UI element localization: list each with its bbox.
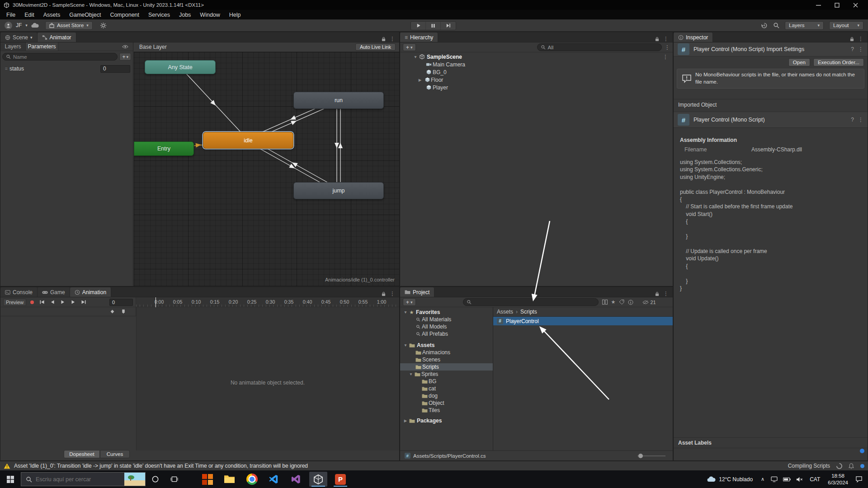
folder-tiles[interactable]: Tiles <box>400 407 493 414</box>
layers-dropdown[interactable]: Layers▾ <box>785 21 824 30</box>
status-message[interactable]: Asset 'Idle (1)_0': Transition 'idle -> … <box>14 463 308 469</box>
taskbar-search[interactable] <box>21 472 146 486</box>
layout-dropdown[interactable]: Layout▾ <box>829 21 863 30</box>
lock-icon[interactable] <box>850 37 854 42</box>
hierarchy-row-scene[interactable]: ▼ SampleScene ⋮ <box>400 53 673 61</box>
project-search-input[interactable] <box>474 300 595 305</box>
asset-bundle-dot[interactable] <box>860 449 864 453</box>
panel-menu-icon[interactable]: ⋮ <box>390 36 395 42</box>
folder-scenes[interactable]: Scenes <box>400 356 493 363</box>
tab-console[interactable]: Console <box>0 287 38 297</box>
state-jump[interactable]: jump <box>293 182 384 199</box>
favorite-all-materials[interactable]: All Materials <box>400 316 493 323</box>
state-run[interactable]: run <box>293 92 384 109</box>
folder-dog[interactable]: dog <box>400 392 493 399</box>
breadcrumb-assets[interactable]: Assets <box>497 309 513 315</box>
thumbnail-size-slider[interactable] <box>637 455 665 456</box>
pause-button[interactable] <box>426 22 441 30</box>
folder-object[interactable]: Object <box>400 399 493 407</box>
auto-live-link-button[interactable]: Auto Live Link <box>355 43 396 51</box>
foldout-open-icon[interactable]: ▼ <box>413 55 418 59</box>
next-key-button[interactable] <box>69 300 77 304</box>
panel-menu-icon[interactable]: ⋮ <box>858 36 863 42</box>
record-button[interactable] <box>28 300 36 305</box>
state-any-state[interactable]: Any State <box>145 60 216 74</box>
taskbar-app-powerpoint[interactable]: P <box>331 472 349 487</box>
panel-menu-icon[interactable]: ⋮ <box>663 36 669 42</box>
hierarchy-row-bg0[interactable]: BG_0 <box>400 68 673 76</box>
create-object-button[interactable]: + ▾ <box>403 43 416 51</box>
parameter-name[interactable]: status <box>9 66 24 72</box>
packages-root[interactable]: ▶ Packages <box>400 417 493 424</box>
foldout-closed-icon[interactable]: ▶ <box>417 78 423 82</box>
header-menu-icon[interactable]: ⋮ <box>858 117 863 123</box>
taskbar-app-file-explorer[interactable] <box>220 472 238 487</box>
help-icon[interactable]: ? <box>851 46 854 52</box>
folder-animacions[interactable]: Animacions <box>400 349 493 356</box>
animator-graph[interactable]: Any State run idle Entry jump Animacions… <box>134 52 399 286</box>
tab-hierarchy[interactable]: ≡ Hierarchy <box>400 33 438 42</box>
curves-button[interactable]: Curves <box>100 450 130 458</box>
dopesheet-button[interactable]: Dopesheet <box>64 450 100 458</box>
tab-scene[interactable]: Scene ▾ <box>0 33 38 42</box>
add-keyframe-icon[interactable] <box>110 309 115 314</box>
taskbar-app-office[interactable] <box>198 472 217 487</box>
language-indicator[interactable]: CAT <box>806 476 824 483</box>
hierarchy-row-floor[interactable]: ▶ Floor <box>400 76 673 84</box>
parameter-value-field[interactable]: 0 <box>100 65 130 73</box>
menu-edit[interactable]: Edit <box>20 12 39 18</box>
eye-icon[interactable] <box>122 42 133 51</box>
account-name[interactable]: JF <box>16 22 22 28</box>
cortana-button[interactable] <box>146 470 165 488</box>
foldout-closed-icon[interactable]: ▶ <box>403 418 408 423</box>
folder-sprites[interactable]: ▼ Sprites <box>400 371 493 378</box>
lock-icon[interactable] <box>382 37 386 42</box>
hierarchy-row-player[interactable]: Player <box>400 84 673 91</box>
menu-window[interactable]: Window <box>195 12 224 18</box>
tab-inspector[interactable]: Inspector <box>674 33 713 42</box>
taskbar-app-visual-studio[interactable] <box>287 472 305 487</box>
start-button[interactable] <box>0 470 21 488</box>
foldout-open-icon[interactable]: ▼ <box>408 372 414 376</box>
folder-cat[interactable]: cat <box>400 385 493 392</box>
parameter-search[interactable] <box>2 53 118 61</box>
last-frame-button[interactable] <box>80 300 88 304</box>
add-event-icon[interactable] <box>121 309 126 314</box>
foldout-open-icon[interactable]: ▼ <box>403 310 408 314</box>
transition-edges[interactable] <box>134 52 399 286</box>
layers-subtab[interactable]: Layers <box>0 42 26 51</box>
two-column-layout-icon[interactable] <box>602 300 608 305</box>
play-button[interactable] <box>411 22 426 30</box>
state-idle[interactable]: idle <box>203 132 293 149</box>
lock-icon[interactable] <box>382 291 386 296</box>
header-menu-icon[interactable]: ⋮ <box>858 46 863 52</box>
search-icon[interactable] <box>773 22 779 28</box>
menu-assets[interactable]: Assets <box>39 12 65 18</box>
status-bar[interactable]: Asset 'Idle (1)_0': Transition 'idle -> … <box>0 461 868 470</box>
timeline-ruler[interactable]: 0:00 0:05 0:10 0:15 0:20 0:25 0:30 0:35 … <box>136 297 399 307</box>
tab-animation[interactable]: Animation <box>70 287 111 297</box>
menu-component[interactable]: Component <box>105 12 144 18</box>
favorite-all-prefabs[interactable]: All Prefabs <box>400 330 493 338</box>
menu-services[interactable]: Services <box>144 12 175 18</box>
maximize-button[interactable] <box>835 3 840 8</box>
cloud-icon[interactable] <box>31 23 39 28</box>
add-parameter-button[interactable]: + ▾ <box>119 53 131 61</box>
preview-toggle[interactable]: Preview <box>3 299 26 306</box>
frame-field[interactable]: 0 <box>109 299 133 306</box>
toolbar-menu-icon[interactable]: ⋮ <box>665 44 670 51</box>
state-entry[interactable]: Entry <box>134 141 194 156</box>
help-icon[interactable]: ? <box>851 117 854 123</box>
open-button[interactable]: Open <box>788 58 810 66</box>
assets-root[interactable]: ▼ Assets <box>400 342 493 349</box>
favorite-star-icon[interactable]: ★ <box>611 299 616 305</box>
parameters-subtab[interactable]: Parameters <box>26 42 58 51</box>
activity-dot[interactable] <box>860 464 864 468</box>
clock[interactable]: 18:58 6/3/2024 <box>824 473 852 486</box>
close-button[interactable] <box>853 3 858 8</box>
asset-labels-header[interactable]: Asset Labels <box>678 440 712 446</box>
taskbar-app-vscode[interactable] <box>264 472 283 487</box>
asset-store-button[interactable]: Asset Store ▾ <box>45 21 93 30</box>
minimize-button[interactable] <box>816 3 821 8</box>
search-highlight-image[interactable] <box>124 473 145 486</box>
